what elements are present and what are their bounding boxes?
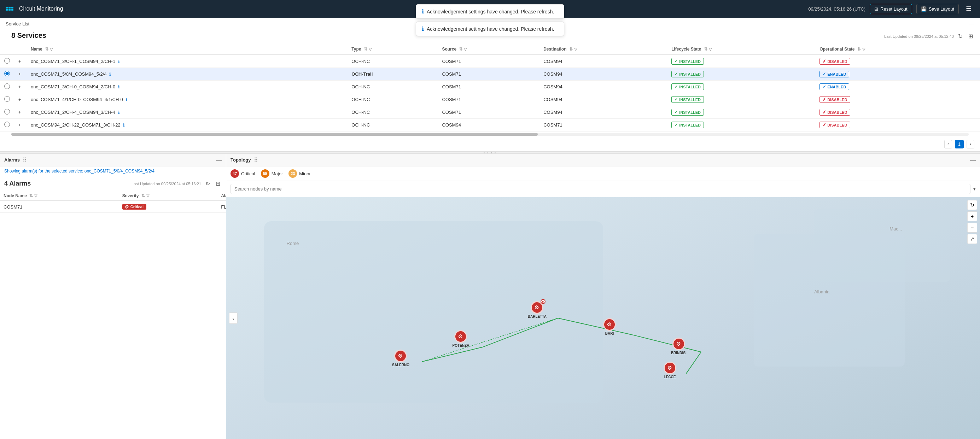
search-dropdown-button[interactable]: ▾ bbox=[973, 186, 976, 192]
menu-button[interactable]: ☰ bbox=[963, 3, 974, 14]
topology-zoom-in-button[interactable]: + bbox=[967, 212, 977, 221]
col-radio bbox=[0, 44, 14, 55]
alarms-minimize-button[interactable]: — bbox=[216, 157, 222, 163]
row-operational: ✗ DISABLED bbox=[815, 55, 980, 68]
row-name: onc_COSM94_2/CH-22_COSM71_3/CH-22 ℹ bbox=[27, 119, 347, 132]
topology-fit-button[interactable]: ⤢ bbox=[967, 234, 977, 244]
info-icon[interactable]: ℹ bbox=[126, 97, 127, 102]
row-expand-button[interactable]: + bbox=[18, 97, 21, 102]
search-nodes-input[interactable] bbox=[231, 184, 970, 194]
row-type: OCH-NC bbox=[347, 55, 438, 68]
topology-refresh-button[interactable]: ↻ bbox=[967, 200, 977, 210]
info-icon[interactable]: ℹ bbox=[118, 59, 120, 64]
alarms-title: Alarms bbox=[4, 157, 20, 162]
row-name: onc_COSM71_5/0/4_COSM94_5/2/4 ℹ bbox=[27, 68, 347, 81]
row-name: onc_COSM71_4/1/CH-0_COSM94_4/1/CH-0 ℹ bbox=[27, 93, 347, 106]
refresh-alarms-button[interactable]: ↻ bbox=[204, 179, 212, 188]
row-lifecycle: ✓ INSTALLED bbox=[667, 55, 815, 68]
topology-left-nav-button[interactable]: ‹ bbox=[229, 312, 237, 324]
node-potenza[interactable]: ⛒ POTENZA bbox=[452, 330, 469, 347]
table-row: + onc_COSM71_4/1/CH-0_COSM94_4/1/CH-0 ℹ … bbox=[0, 93, 980, 106]
col-expand bbox=[14, 44, 27, 55]
topology-panel: Topology ⠿ — 47 Critical 55 Major 23 Min… bbox=[226, 154, 980, 439]
row-name: onc_COSM71_3/CH-1_COSM94_2/CH-1 ℹ bbox=[27, 55, 347, 68]
bari-icon: ⛒ bbox=[603, 318, 616, 331]
alarms-panel-header: Alarms ⠿ — bbox=[0, 154, 226, 167]
row-expand-button[interactable]: + bbox=[18, 59, 21, 64]
row-radio[interactable] bbox=[4, 109, 10, 115]
info-icon-2: ℹ bbox=[422, 25, 424, 32]
table-row: + onc_COSM71_3/CH-1_COSM94_2/CH-1 ℹ OCH-… bbox=[0, 55, 980, 68]
alarms-last-updated: Last Updated on 09/25/2024 at 05:16:21 bbox=[132, 182, 201, 186]
export-alarms-button[interactable]: ⊞ bbox=[214, 179, 222, 188]
row-radio[interactable] bbox=[4, 96, 10, 102]
topology-search-bar: ▾ bbox=[226, 181, 980, 197]
row-radio[interactable] bbox=[4, 71, 10, 76]
next-page-button[interactable]: › bbox=[967, 140, 974, 148]
node-lecce[interactable]: ⛒ LECCE bbox=[663, 362, 676, 379]
salerno-label: SALERNO bbox=[392, 363, 409, 367]
topology-minimize-button[interactable]: — bbox=[970, 157, 976, 163]
node-barletta[interactable]: ⛒ R BARLETTA bbox=[528, 301, 547, 318]
collapse-service-list-button[interactable]: — bbox=[969, 21, 974, 27]
row-radio[interactable] bbox=[4, 83, 10, 89]
row-expand-button[interactable]: + bbox=[18, 122, 21, 127]
info-icon[interactable]: ℹ bbox=[118, 110, 120, 115]
notification-banner-2: ℹ Acknowledgement settings have changed.… bbox=[416, 22, 564, 36]
refresh-service-button[interactable]: ↻ bbox=[957, 32, 964, 41]
info-icon[interactable]: ℹ bbox=[109, 72, 111, 77]
node-salerno[interactable]: ⛒ SALERNO bbox=[392, 350, 409, 367]
node-bari[interactable]: ⛒ BARI bbox=[603, 318, 616, 336]
node-brindisi[interactable]: ⛒ BRINDISI bbox=[671, 337, 687, 355]
prev-page-button[interactable]: ‹ bbox=[944, 140, 952, 148]
minor-dot: 23 bbox=[288, 169, 297, 178]
info-icon[interactable]: ℹ bbox=[118, 84, 120, 89]
svg-line-4 bbox=[686, 352, 702, 374]
page-1-button[interactable]: 1 bbox=[955, 140, 964, 148]
topology-legend: 47 Critical 55 Major 23 Minor bbox=[226, 167, 980, 181]
row-lifecycle: ✓ INSTALLED bbox=[667, 93, 815, 106]
row-lifecycle: ✓ INSTALLED bbox=[667, 106, 815, 119]
reset-layout-button[interactable]: ⊞ Reset Layout bbox=[870, 4, 912, 14]
lifecycle-badge: ✓ INSTALLED bbox=[671, 71, 704, 77]
alarm-severity: ⛒ Critical bbox=[119, 201, 218, 213]
minor-label: Minor bbox=[299, 171, 311, 177]
alarms-drag-handle[interactable]: ⠿ bbox=[22, 157, 27, 163]
info-icon[interactable]: ℹ bbox=[123, 122, 125, 127]
alarm-node: COSM71 bbox=[0, 201, 119, 213]
alarms-panel: Alarms ⠿ — Showing alarm(s) for the sele… bbox=[0, 154, 226, 439]
row-expand-button[interactable]: + bbox=[18, 110, 21, 115]
row-radio[interactable] bbox=[4, 122, 10, 127]
italy-shape bbox=[264, 221, 603, 402]
row-destination: COSM94 bbox=[539, 55, 667, 68]
col-lifecycle: Lifecycle State ⇅▽ bbox=[667, 44, 815, 55]
info-icon-1: ℹ bbox=[422, 8, 424, 15]
topology-zoom-out-button[interactable]: − bbox=[967, 223, 977, 232]
row-lifecycle: ✓ INSTALLED bbox=[667, 81, 815, 93]
barletta-r-badge: R bbox=[541, 299, 546, 304]
topology-title: Topology bbox=[231, 157, 251, 162]
lecce-label: LECCE bbox=[664, 375, 676, 379]
service-scrollbar[interactable] bbox=[11, 133, 969, 136]
major-dot: 55 bbox=[261, 169, 269, 178]
row-destination: COSM94 bbox=[539, 93, 667, 106]
notification-area: ℹ Acknowledgement settings have changed.… bbox=[416, 4, 564, 36]
row-expand-button[interactable]: + bbox=[18, 84, 21, 89]
topology-map: Rome Albania Mac... ⛒ bbox=[226, 197, 980, 439]
export-service-button[interactable]: ⊞ bbox=[967, 32, 974, 41]
lifecycle-badge: ✓ INSTALLED bbox=[671, 58, 704, 65]
salerno-icon: ⛒ bbox=[394, 350, 407, 362]
reset-icon: ⊞ bbox=[874, 6, 878, 12]
row-expand-button[interactable]: + bbox=[18, 72, 21, 77]
operational-badge: ✗ DISABLED bbox=[819, 58, 850, 65]
save-layout-button[interactable]: 💾 Save Layout bbox=[916, 4, 959, 14]
alarms-table: Node Name ⇅▽ Severity ⇅▽ Alarm Type ⇅▽ T… bbox=[0, 191, 226, 213]
service-table-container: Name ⇅▽ Type ⇅▽ Source ⇅▽ Destination ⇅▽… bbox=[0, 44, 980, 132]
row-operational: ✗ DISABLED bbox=[815, 93, 980, 106]
topology-drag-handle[interactable]: ⠿ bbox=[254, 157, 258, 163]
row-radio[interactable] bbox=[4, 58, 10, 64]
row-operational: ✓ ENABLED bbox=[815, 81, 980, 93]
map-label-mac: Mac... bbox=[889, 226, 902, 232]
topology-panel-header: Topology ⠿ — bbox=[226, 154, 980, 167]
row-source: COSM71 bbox=[438, 106, 539, 119]
